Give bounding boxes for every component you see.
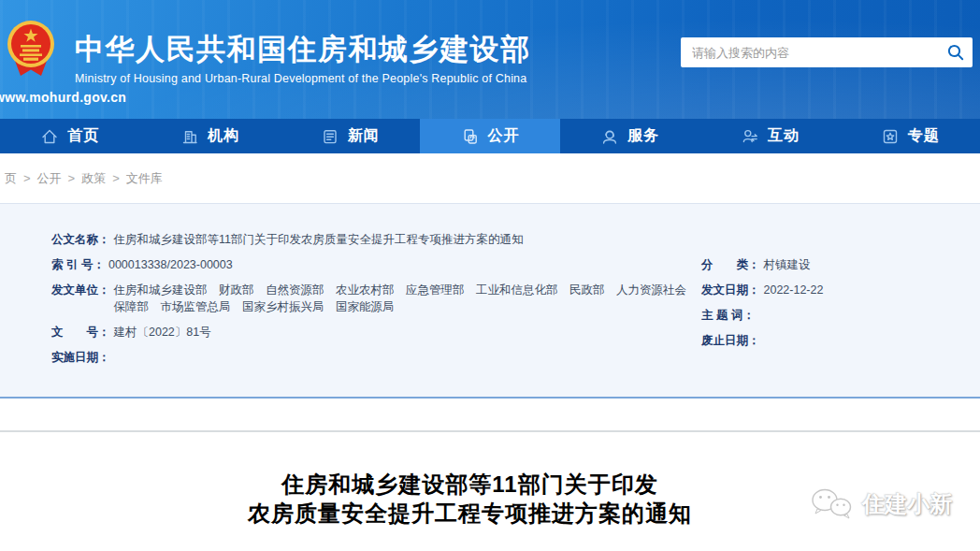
breadcrumb-item-library[interactable]: 文件库 xyxy=(126,170,163,187)
meta-value: 000013338/2023-00003 xyxy=(108,256,233,273)
document-title-line2: 农房质量安全提升工程专项推进方案的通知 xyxy=(0,499,940,528)
meta-row-issue-date: 发文日期： 2022-12-22 xyxy=(701,277,980,302)
site-url: www.mohurd.gov.cn xyxy=(0,90,126,105)
breadcrumb-item-policy[interactable]: 政策 xyxy=(81,170,106,187)
meta-row-document-number: 文 号： 建村〔2022〕81号 xyxy=(51,319,701,344)
watermark: 住建小新 xyxy=(810,487,952,521)
disclosure-icon xyxy=(461,127,480,146)
wechat-chat-icon xyxy=(810,487,855,521)
search-icon xyxy=(946,43,965,62)
meta-row-category: 分 类： 村镇建设 xyxy=(701,252,980,277)
meta-row-index-number: 索 引 号： 000013338/2023-00003 xyxy=(51,252,701,277)
meta-value: 建村〔2022〕81号 xyxy=(114,324,211,341)
meta-label: 发文单位： xyxy=(51,282,110,315)
meta-row-repeal-date: 废止日期： xyxy=(701,327,980,353)
document-title: 住房和城乡建设部等11部门关于印发 农房质量安全提升工程专项推进方案的通知 xyxy=(0,432,940,528)
national-emblem-icon[interactable] xyxy=(7,19,55,84)
nav-item-home[interactable]: 首页 xyxy=(0,119,140,153)
breadcrumb-item-home[interactable]: 页 xyxy=(5,170,17,187)
main-nav: 首页 机构 新闻 公开 服务 xyxy=(0,119,980,153)
watermark-label: 住建小新 xyxy=(862,489,952,519)
meta-label: 实施日期： xyxy=(51,349,110,366)
meta-row-subject-words: 主 题 词： xyxy=(701,302,980,327)
page: www.mohurd.gov.cn 中华人民共和国住房和城乡建设部 Minist… xyxy=(0,0,980,551)
meta-row-effective-date: 实施日期： xyxy=(51,344,701,370)
metadata-right-column: 分 类： 村镇建设 发文日期： 2022-12-22 主 题 词： 废止日期： xyxy=(701,226,980,370)
nav-item-interaction[interactable]: 互动 xyxy=(700,119,841,153)
breadcrumb-item-disclosure[interactable]: 公开 xyxy=(37,170,62,187)
meta-label: 发文日期： xyxy=(701,282,760,298)
news-icon xyxy=(321,127,339,146)
meta-label: 废止日期： xyxy=(701,332,760,349)
meta-value: 住房和城乡建设部 财政部 自然资源部 农业农村部 应急管理部 工业和信息化部 民… xyxy=(114,282,696,315)
organization-icon xyxy=(180,127,199,146)
site-title-block[interactable]: 中华人民共和国住房和城乡建设部 Ministry of Housing and … xyxy=(75,34,531,85)
search-input[interactable] xyxy=(681,46,939,60)
breadcrumb-separator: > xyxy=(112,171,120,185)
nav-label: 公开 xyxy=(488,126,520,146)
site-search xyxy=(681,37,973,67)
nav-label: 互动 xyxy=(768,126,800,146)
meta-row-issuing-units: 发文单位： 住房和城乡建设部 财政部 自然资源部 农业农村部 应急管理部 工业和… xyxy=(51,277,701,319)
meta-label: 公文名称： xyxy=(51,231,110,248)
home-icon xyxy=(40,127,59,146)
service-icon xyxy=(600,127,619,146)
breadcrumb: 页 > 公开 > 政策 > 文件库 xyxy=(0,153,980,204)
nav-item-disclosure[interactable]: 公开 xyxy=(420,119,560,153)
nav-item-news[interactable]: 新闻 xyxy=(280,119,420,153)
meta-value: 村镇建设 xyxy=(764,256,811,273)
nav-label: 新闻 xyxy=(348,126,380,146)
document-title-line1: 住房和城乡建设部等11部门关于印发 xyxy=(0,470,940,499)
meta-row-title: 公文名称： 住房和城乡建设部等11部门关于印发农房质量安全提升工程专项推进方案的… xyxy=(51,226,701,252)
nav-item-topics[interactable]: 专题 xyxy=(840,119,980,153)
search-button[interactable] xyxy=(939,37,973,67)
nav-label: 机构 xyxy=(208,126,239,146)
spacer xyxy=(0,399,980,430)
nav-item-organization[interactable]: 机构 xyxy=(140,119,281,153)
topics-icon xyxy=(881,127,900,146)
nav-label: 专题 xyxy=(908,126,940,146)
meta-label: 文 号： xyxy=(51,324,110,341)
metadata-left-column: 公文名称： 住房和城乡建设部等11部门关于印发农房质量安全提升工程专项推进方案的… xyxy=(51,226,701,370)
nav-label: 首页 xyxy=(67,126,99,146)
document-metadata-box: 公文名称： 住房和城乡建设部等11部门关于印发农房质量安全提升工程专项推进方案的… xyxy=(0,204,980,399)
meta-label: 索 引 号： xyxy=(51,256,105,273)
breadcrumb-separator: > xyxy=(68,171,76,185)
site-header: www.mohurd.gov.cn 中华人民共和国住房和城乡建设部 Minist… xyxy=(0,0,980,119)
nav-item-service[interactable]: 服务 xyxy=(560,119,700,153)
nav-label: 服务 xyxy=(627,126,659,146)
meta-value: 住房和城乡建设部等11部门关于印发农房质量安全提升工程专项推进方案的通知 xyxy=(114,231,524,248)
site-title: 中华人民共和国住房和城乡建设部 xyxy=(75,34,531,65)
meta-label: 主 题 词： xyxy=(701,307,755,324)
site-subtitle: Ministry of Housing and Urban-Rural Deve… xyxy=(75,72,531,85)
breadcrumb-separator: > xyxy=(23,171,31,185)
interaction-icon xyxy=(741,127,759,146)
meta-label: 分 类： xyxy=(701,256,760,273)
meta-value: 2022-12-22 xyxy=(764,282,824,298)
